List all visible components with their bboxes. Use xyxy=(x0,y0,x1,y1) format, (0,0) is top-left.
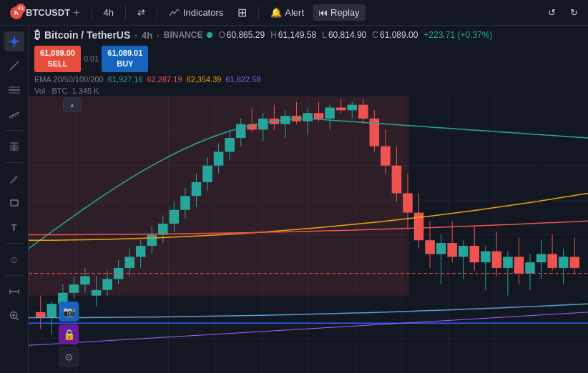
main-layout: T ☺ ₿ Bitcoin xyxy=(0,26,588,373)
text-icon: T xyxy=(11,222,17,233)
timeframe-label: 4h xyxy=(103,7,113,18)
ema100-value: 62,354.39 xyxy=(187,75,222,84)
exchange-label: BINANCE xyxy=(164,30,203,40)
indicators-label: Indicators xyxy=(183,7,223,18)
close-value: 61,089.00 xyxy=(380,30,418,40)
toolbar-sep-1 xyxy=(6,130,23,131)
svg-rect-14 xyxy=(11,200,18,206)
ema-label: EMA 20/50/100/200 xyxy=(34,75,104,84)
high-value: 61,149.58 xyxy=(278,30,316,40)
open-value: 60,865.29 xyxy=(227,30,265,40)
spread-value: 0.01 xyxy=(84,54,99,63)
ema200-value: 61,822.58 xyxy=(225,75,260,84)
toolbar-sep-3 xyxy=(6,243,23,244)
emoji-icon: ☺ xyxy=(9,254,19,265)
buy-price: 61,089.01 xyxy=(107,48,142,59)
timeframe-selector[interactable]: 4h xyxy=(97,4,119,21)
low-label: L xyxy=(322,30,327,40)
compare-button[interactable]: ⇄ xyxy=(132,4,151,21)
indicators-icon xyxy=(169,7,180,19)
indicators-button[interactable]: Indicators xyxy=(163,4,229,21)
emoji-tool[interactable]: ☺ xyxy=(4,249,24,269)
lock-icon: 🔒 xyxy=(63,329,75,340)
close-label: C xyxy=(372,30,378,40)
live-indicator xyxy=(207,32,212,38)
symbol-selector[interactable]: R 41 BTCUSDT + xyxy=(4,4,85,22)
sell-label: SELL xyxy=(40,59,75,69)
ohlc-data: O 60,865.29 H 61,149.58 L 60,814.90 C 61… xyxy=(218,30,492,40)
line-icon xyxy=(9,60,20,71)
volume-indicator: Vol · BTC 1.345 K xyxy=(29,85,588,96)
notification-badge: 41 xyxy=(16,4,26,14)
line-tool[interactable] xyxy=(4,56,24,76)
chart-dot: · xyxy=(157,30,160,41)
horizontal-line-tool[interactable] xyxy=(4,80,24,100)
settings-button[interactable]: ⚙ xyxy=(59,347,79,367)
measure-tool[interactable] xyxy=(4,282,24,302)
collapse-button[interactable]: ▲ xyxy=(63,97,82,111)
brush-tool[interactable] xyxy=(4,169,24,189)
shapes-icon xyxy=(9,197,20,209)
alert-button[interactable]: 🔔 Alert xyxy=(265,4,310,21)
channel-icon xyxy=(9,109,20,120)
brush-icon xyxy=(9,173,20,184)
top-bar: R 41 BTCUSDT + 4h ⇄ Indicators ⊞ 🔔 Alert… xyxy=(0,0,588,26)
ema-indicator: EMA 20/50/100/200 61,927.16 62,287.19 62… xyxy=(29,74,588,85)
svg-line-3 xyxy=(10,61,19,70)
tradingview-logo: R 41 xyxy=(10,6,23,19)
toolbar-sep-4 xyxy=(6,275,23,276)
open-item: O 60,865.29 xyxy=(218,30,265,40)
toolbar-sep-2 xyxy=(6,162,23,163)
alert-label: Alert xyxy=(285,7,304,18)
buy-label: BUY xyxy=(107,59,142,69)
high-label: H xyxy=(270,30,277,40)
open-label: O xyxy=(218,30,225,40)
chart-area: ₿ Bitcoin / TetherUS · 4h · BINANCE O 60… xyxy=(29,26,588,373)
volume-label: Vol · BTC xyxy=(34,86,67,95)
chart-header: ₿ Bitcoin / TetherUS · 4h · BINANCE O 60… xyxy=(29,26,588,44)
left-toolbar: T ☺ xyxy=(0,26,29,373)
redo-button[interactable]: ↻ xyxy=(564,4,584,21)
volume-value: 1.345 K xyxy=(72,86,99,95)
zoom-icon xyxy=(9,310,20,322)
horizontal-line-icon xyxy=(9,84,20,96)
settings-icon: ⚙ xyxy=(64,352,74,363)
divider-4 xyxy=(258,6,259,20)
layouts-icon: ⊞ xyxy=(237,6,247,19)
text-tool[interactable]: T xyxy=(4,217,24,237)
add-symbol-icon[interactable]: + xyxy=(73,6,79,19)
bottom-toolbar: 📷 🔒 ⚙ xyxy=(59,302,79,367)
replay-icon: ⏮ xyxy=(318,7,328,18)
undo-button[interactable]: ↺ xyxy=(542,4,562,21)
fib-icon xyxy=(9,141,20,152)
replay-label: Replay xyxy=(330,7,359,18)
shapes-tool[interactable] xyxy=(4,193,24,213)
sell-badge[interactable]: 61,089.00 SELL xyxy=(34,46,81,72)
pair-title: ₿ Bitcoin / TetherUS · 4h · BINANCE xyxy=(34,29,212,41)
low-item: L 60,814.90 xyxy=(322,30,366,40)
fib-tool[interactable] xyxy=(4,136,24,156)
divider-1 xyxy=(91,6,92,20)
screenshot-button[interactable]: 📷 xyxy=(59,302,79,322)
replay-button[interactable]: ⏮ Replay xyxy=(313,4,365,21)
crosshair-icon xyxy=(9,36,20,47)
ema50-value: 62,287.19 xyxy=(147,75,182,84)
buy-badge[interactable]: 61,089.01 BUY xyxy=(102,46,148,72)
pair-name: Bitcoin / TetherUS xyxy=(44,29,130,41)
undo-icon: ↺ xyxy=(548,7,556,18)
crosshair-tool[interactable] xyxy=(4,31,24,51)
ema20-value: 61,927.16 xyxy=(108,75,143,84)
lock-button[interactable]: 🔒 xyxy=(59,324,79,344)
svg-line-19 xyxy=(16,318,19,321)
redo-icon: ↻ xyxy=(570,7,578,18)
chart-canvas-wrapper[interactable] xyxy=(29,96,588,373)
layouts-button[interactable]: ⊞ xyxy=(232,3,253,22)
divider-3 xyxy=(157,6,157,20)
alert-icon: 🔔 xyxy=(270,7,282,18)
zoom-tool[interactable] xyxy=(4,306,24,326)
divider-2 xyxy=(125,6,126,20)
chart-canvas[interactable] xyxy=(29,96,588,373)
channel-tool[interactable] xyxy=(4,104,24,124)
sell-price: 61,089.00 xyxy=(40,48,75,59)
camera-icon: 📷 xyxy=(63,306,75,317)
